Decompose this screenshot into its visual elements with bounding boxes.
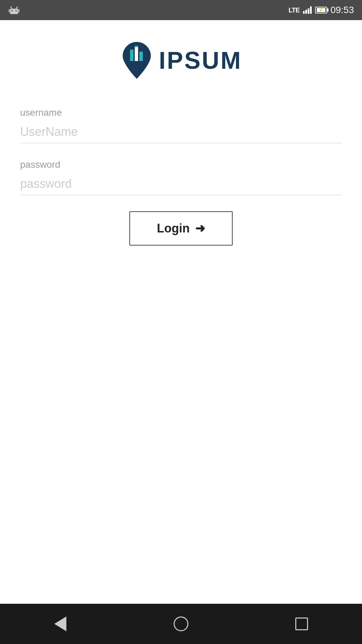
svg-rect-6	[135, 47, 138, 61]
status-time: 09:53	[330, 5, 354, 15]
svg-rect-1	[11, 10, 13, 11]
logo-text: IPSUM	[159, 47, 242, 74]
status-bar-right: LTE ⚡ 09:53	[289, 5, 354, 15]
password-input[interactable]	[20, 173, 342, 195]
recents-icon	[295, 618, 308, 630]
nav-recents-button[interactable]	[288, 610, 315, 637]
username-field-group: username	[20, 107, 342, 143]
back-icon	[54, 616, 66, 631]
login-button[interactable]: Login ➜	[129, 211, 233, 246]
form-container: username password Login ➜	[20, 107, 342, 246]
svg-rect-7	[139, 52, 143, 61]
svg-rect-2	[15, 10, 17, 11]
battery-icon: ⚡	[315, 7, 327, 13]
nav-back-button[interactable]	[47, 610, 74, 637]
signal-bar-2	[305, 10, 307, 14]
username-label: username	[20, 107, 342, 118]
signal-bar-1	[303, 11, 305, 14]
signal-bar-4	[310, 6, 312, 14]
home-icon	[174, 616, 188, 631]
lte-label: LTE	[289, 6, 300, 14]
nav-bar	[0, 604, 362, 644]
login-button-label: Login	[157, 221, 190, 235]
main-content: IPSUM username password Login ➜	[0, 20, 362, 604]
battery-fill: ⚡	[317, 8, 325, 12]
svg-rect-4	[18, 9, 19, 12]
username-input[interactable]	[20, 121, 342, 143]
logo-container: IPSUM	[120, 40, 242, 80]
signal-bars	[303, 6, 312, 14]
login-arrow-icon: ➜	[195, 221, 205, 235]
password-label: password	[20, 159, 342, 170]
svg-rect-0	[10, 9, 18, 14]
android-icon	[8, 4, 20, 16]
login-button-wrapper: Login ➜	[20, 211, 342, 246]
signal-bar-3	[308, 8, 309, 14]
status-bar-left	[8, 4, 20, 16]
password-field-group: password	[20, 159, 342, 195]
svg-rect-3	[9, 9, 10, 12]
svg-rect-5	[130, 50, 133, 61]
status-bar: LTE ⚡ 09:53	[0, 0, 362, 20]
nav-home-button[interactable]	[168, 610, 194, 637]
battery-bolt: ⚡	[318, 8, 323, 12]
logo-icon	[120, 40, 154, 80]
